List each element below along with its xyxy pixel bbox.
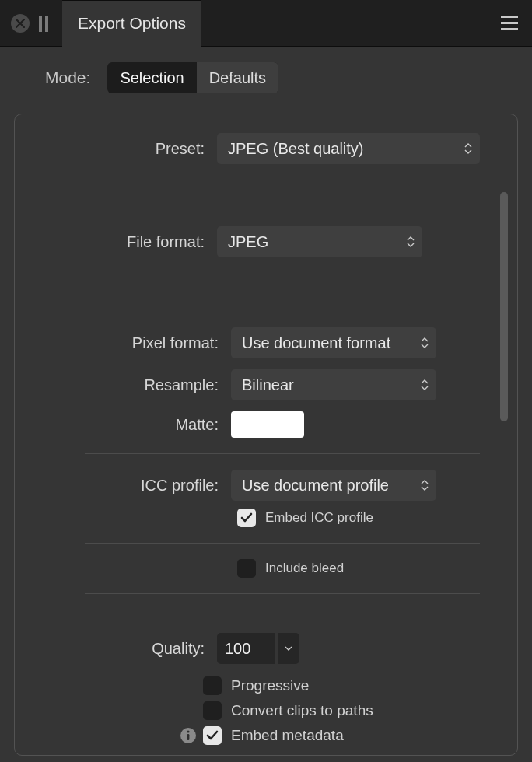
resample-value: Bilinear	[242, 376, 294, 394]
embed-metadata-label: Embed metadata	[231, 727, 344, 744]
progressive-checkbox[interactable]	[203, 676, 222, 695]
icc-profile-label: ICC profile:	[15, 477, 231, 495]
quality-value: 100	[225, 640, 250, 658]
quality-stepper[interactable]	[278, 633, 299, 664]
file-format-row: File format: JPEG	[15, 226, 517, 257]
panel-title: Export Options	[78, 14, 186, 33]
panel-tab-export-options[interactable]: Export Options	[62, 0, 201, 47]
divider	[85, 543, 480, 544]
convert-clips-checkbox[interactable]	[203, 701, 222, 720]
convert-clips-row: Convert clips to paths	[15, 701, 517, 720]
resample-row: Resample: Bilinear	[15, 369, 517, 400]
divider	[85, 453, 480, 454]
progressive-row: Progressive	[15, 676, 517, 695]
quality-input[interactable]: 100	[217, 633, 275, 664]
matte-row: Matte:	[15, 411, 517, 438]
mode-row: Mode: Selection Defaults	[14, 62, 518, 93]
matte-label: Matte:	[15, 416, 231, 434]
mode-option-selection[interactable]: Selection	[107, 62, 196, 93]
pixel-format-label: Pixel format:	[15, 334, 231, 352]
file-format-value: JPEG	[228, 233, 268, 251]
scrollbar-thumb[interactable]	[500, 192, 508, 421]
embed-metadata-row: Embed metadata	[15, 726, 517, 745]
pixel-format-select[interactable]: Use document format	[231, 327, 436, 358]
mode-label: Mode:	[45, 68, 90, 87]
title-bar: Export Options	[0, 0, 532, 47]
preset-row: Preset: JPEG (Best quality)	[15, 133, 517, 164]
file-format-label: File format:	[15, 233, 217, 251]
options-group: Preset: JPEG (Best quality) File format:…	[14, 114, 518, 756]
stepper-icon	[464, 143, 472, 154]
pixel-format-value: Use document format	[242, 334, 390, 352]
resample-label: Resample:	[15, 376, 231, 394]
embed-icc-label: Embed ICC profile	[265, 510, 373, 526]
quality-label: Quality:	[15, 640, 217, 658]
file-format-select[interactable]: JPEG	[217, 226, 422, 257]
stepper-icon	[421, 379, 429, 390]
mode-segmented-control: Selection Defaults	[107, 62, 278, 93]
panel-menu-button[interactable]	[498, 12, 521, 33]
panel-body: Mode: Selection Defaults Preset: JPEG (B…	[0, 47, 532, 756]
preset-select[interactable]: JPEG (Best quality)	[217, 133, 480, 164]
chevron-down-icon	[285, 646, 292, 651]
embed-icc-checkbox[interactable]	[237, 509, 256, 527]
pause-icon	[39, 15, 48, 32]
mode-option-defaults[interactable]: Defaults	[197, 62, 278, 93]
info-icon[interactable]	[180, 727, 197, 744]
include-bleed-row: Include bleed	[15, 559, 517, 578]
svg-point-2	[187, 730, 189, 732]
check-icon	[240, 512, 253, 524]
stepper-icon	[407, 236, 415, 247]
quality-row: Quality: 100	[15, 633, 517, 664]
stepper-icon	[421, 480, 429, 491]
preset-label: Preset:	[15, 140, 217, 158]
divider	[85, 593, 480, 594]
check-icon	[206, 729, 219, 742]
icc-profile-value: Use document profile	[242, 477, 389, 495]
progressive-label: Progressive	[231, 677, 309, 694]
include-bleed-checkbox[interactable]	[237, 559, 256, 578]
icc-profile-select[interactable]: Use document profile	[231, 470, 436, 501]
stepper-icon	[421, 337, 429, 348]
scrollbar[interactable]	[500, 192, 508, 542]
resample-select[interactable]: Bilinear	[231, 369, 436, 400]
pixel-format-row: Pixel format: Use document format	[15, 327, 517, 358]
close-icon	[16, 19, 25, 28]
matte-color-swatch[interactable]	[231, 411, 304, 438]
close-button[interactable]	[11, 14, 30, 33]
svg-rect-1	[187, 734, 190, 740]
include-bleed-label: Include bleed	[265, 561, 344, 576]
convert-clips-label: Convert clips to paths	[231, 702, 373, 719]
preset-value: JPEG (Best quality)	[228, 140, 364, 158]
embed-icc-row: Embed ICC profile	[15, 509, 517, 527]
embed-metadata-checkbox[interactable]	[203, 726, 222, 745]
icc-profile-row: ICC profile: Use document profile	[15, 470, 517, 501]
